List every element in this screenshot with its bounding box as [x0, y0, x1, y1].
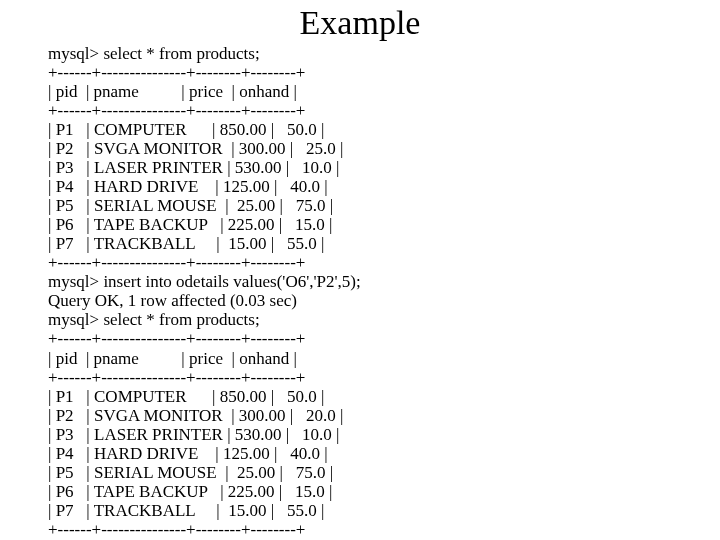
- output-line: +------+---------------+--------+-------…: [48, 329, 720, 348]
- output-line: | P7 | TRACKBALL | 15.00 | 55.0 |: [48, 234, 720, 253]
- output-line: | P4 | HARD DRIVE | 125.00 | 40.0 |: [48, 177, 720, 196]
- output-line: Query OK, 1 row affected (0.03 sec): [48, 291, 720, 310]
- output-line: +------+---------------+--------+-------…: [48, 520, 720, 539]
- output-line: | P2 | SVGA MONITOR | 300.00 | 20.0 |: [48, 406, 720, 425]
- output-line: | P2 | SVGA MONITOR | 300.00 | 25.0 |: [48, 139, 720, 158]
- output-line: | P7 | TRACKBALL | 15.00 | 55.0 |: [48, 501, 720, 520]
- output-line: | pid | pname | price | onhand |: [48, 82, 720, 101]
- output-line: | P3 | LASER PRINTER | 530.00 | 10.0 |: [48, 425, 720, 444]
- output-line: | P5 | SERIAL MOUSE | 25.00 | 75.0 |: [48, 463, 720, 482]
- output-line: | P6 | TAPE BACKUP | 225.00 | 15.0 |: [48, 215, 720, 234]
- output-line: | P1 | COMPUTER | 850.00 | 50.0 |: [48, 387, 720, 406]
- output-line: mysql> insert into odetails values('O6',…: [48, 272, 720, 291]
- page-title: Example: [0, 4, 720, 42]
- output-line: +------+---------------+--------+-------…: [48, 253, 720, 272]
- output-line: | P5 | SERIAL MOUSE | 25.00 | 75.0 |: [48, 196, 720, 215]
- output-line: mysql> select * from products;: [48, 44, 720, 63]
- output-line: +------+---------------+--------+-------…: [48, 63, 720, 82]
- output-line: mysql> select * from products;: [48, 310, 720, 329]
- output-line: | P6 | TAPE BACKUP | 225.00 | 15.0 |: [48, 482, 720, 501]
- output-line: | P4 | HARD DRIVE | 125.00 | 40.0 |: [48, 444, 720, 463]
- output-line: | P3 | LASER PRINTER | 530.00 | 10.0 |: [48, 158, 720, 177]
- output-line: | pid | pname | price | onhand |: [48, 349, 720, 368]
- output-line: | P1 | COMPUTER | 850.00 | 50.0 |: [48, 120, 720, 139]
- terminal-output: mysql> select * from products;+------+--…: [48, 44, 720, 539]
- output-line: +------+---------------+--------+-------…: [48, 368, 720, 387]
- output-line: +------+---------------+--------+-------…: [48, 101, 720, 120]
